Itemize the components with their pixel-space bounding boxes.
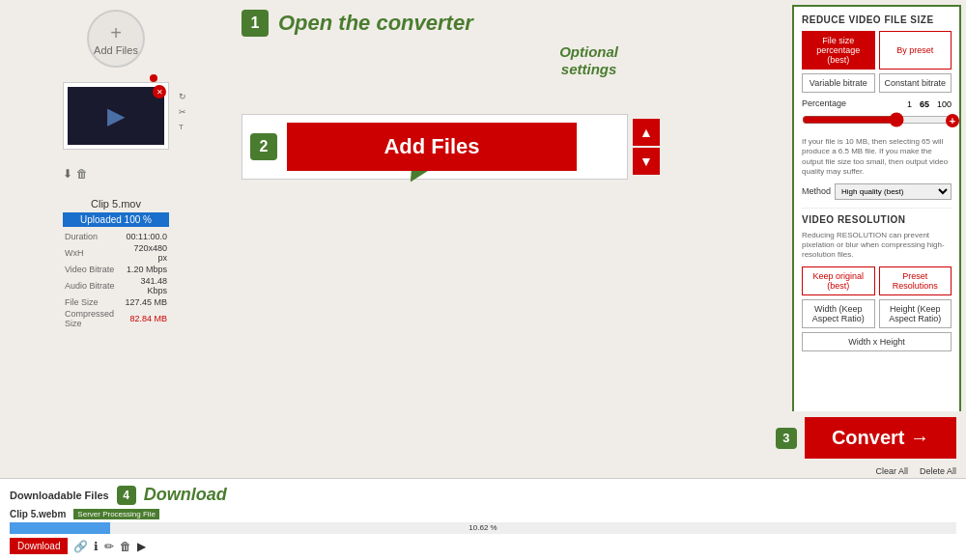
slider-max: 100 <box>937 99 952 109</box>
close-file-button[interactable]: ✕ <box>153 85 166 98</box>
video-thumb-icon: ▶ <box>107 102 125 129</box>
download-file-name: Clip 5.webm <box>10 509 66 519</box>
method-label: Method <box>802 186 831 196</box>
move-up-button[interactable]: ▲ <box>633 119 660 146</box>
progress-percent-label: 10.62 % <box>469 522 497 534</box>
add-files-circle-label: Add Files <box>94 44 138 56</box>
plus-slider-button[interactable]: + <box>946 114 959 127</box>
method-row: Method High quality (best) <box>802 183 952 200</box>
constant-bitrate-button[interactable]: Constant bitrate <box>879 73 952 93</box>
file-thumbnail: ▶ <box>68 87 164 145</box>
percentage-label: Percentage <box>802 98 846 108</box>
download-actions: Download 🔗 ℹ ✏ 🗑 ▶ <box>10 538 956 554</box>
optional-settings-label: Optional settings <box>559 43 618 78</box>
percentage-slider[interactable] <box>802 112 952 127</box>
downloadable-section: Downloadable Files 4 Download Clip 5.web… <box>0 478 966 560</box>
step2-number: 2 <box>250 133 277 160</box>
processing-label: Server Processing File <box>73 509 158 519</box>
file-order-arrows: ▲ ▼ <box>633 119 660 175</box>
trash-icon-button[interactable]: 🗑 <box>120 540 131 553</box>
resolution-note: Reducing RESOLUTION can prevent pixelati… <box>802 231 952 261</box>
clear-delete-row: Clear All Delete All <box>0 464 966 478</box>
plus-icon: + <box>110 22 122 44</box>
convert-row: 3 Convert → <box>0 411 966 464</box>
rotate-icon[interactable]: ↻ <box>179 92 186 101</box>
resolution-mid-row: Width (Keep Aspect Ratio) Height (Keep A… <box>802 299 952 328</box>
file-size-method-row: File size percentage (best) By preset <box>802 31 952 70</box>
info-icon-button[interactable]: ℹ <box>94 540 99 553</box>
trash-icon-side[interactable]: 🗑 <box>76 167 88 181</box>
file-size-percentage-button[interactable]: File size percentage (best) <box>802 31 875 70</box>
keep-original-button[interactable]: Keep original (best) <box>802 266 875 295</box>
width-height-button[interactable]: Width x Height <box>802 332 952 351</box>
bottom-area: 3 Convert → Clear All Delete All Downloa… <box>0 411 966 560</box>
step1-number: 1 <box>242 10 269 37</box>
convert-button[interactable]: Convert → <box>805 417 956 459</box>
file-name: Clip 5.mov <box>63 198 169 210</box>
progress-bar-fill <box>10 522 110 534</box>
slider-min: 1 <box>907 99 912 109</box>
reduce-section-title: REDUCE VIDEO FILE SIZE <box>802 14 952 25</box>
height-aspect-button[interactable]: Height (Keep Aspect Ratio) <box>879 299 952 328</box>
file-details: Duration00:11:00.0 WxH720x480 px Video B… <box>63 231 169 329</box>
slider-val: 65 <box>920 99 929 109</box>
file-download-row: Clip 5.webm Server Processing File <box>10 509 956 519</box>
download-button[interactable]: Download <box>10 538 68 554</box>
bitrate-method-row: Variable bitrate Constant bitrate <box>802 73 952 93</box>
variable-bitrate-button[interactable]: Variable bitrate <box>802 73 875 93</box>
step1-instruction: 1 Open the converter <box>242 10 782 37</box>
width-aspect-button[interactable]: Width (Keep Aspect Ratio) <box>802 299 875 328</box>
section-divider <box>802 208 952 209</box>
step1-text: Open the converter <box>278 11 473 36</box>
move-down-button[interactable]: ▼ <box>633 148 660 175</box>
by-preset-button[interactable]: By preset <box>879 31 952 70</box>
add-files-circle-button[interactable]: + Add Files <box>87 10 145 68</box>
downloadable-files-label: Downloadable Files <box>10 490 109 501</box>
clear-all-button[interactable]: Clear All <box>875 466 908 476</box>
text-icon[interactable]: T <box>179 123 186 131</box>
delete-all-button[interactable]: Delete All <box>920 466 956 476</box>
add-files-row: 2 Add Files ▲ ▼ <box>242 114 782 180</box>
resolution-top-row: Keep original (best) Preset Resolutions <box>802 266 952 295</box>
link-icon-button[interactable]: 🔗 <box>73 540 88 553</box>
red-dot-1 <box>150 74 157 82</box>
progress-bar-container: 10.62 % <box>10 522 956 534</box>
add-files-box: 2 Add Files <box>242 114 628 180</box>
step4-number: 4 <box>117 486 136 505</box>
play-icon-button[interactable]: ▶ <box>137 540 146 553</box>
edit-icon-button[interactable]: ✏ <box>104 540 114 553</box>
method-select[interactable]: High quality (best) <box>835 183 952 200</box>
download-icon-side[interactable]: ⬇ <box>63 167 72 181</box>
resolution-section-title: VIDEO RESOLUTION <box>802 214 952 225</box>
file-card: ✕ ▶ <box>63 82 169 150</box>
download-step-label: Download <box>144 485 227 505</box>
slider-note: If your file is 10 MB, then selecting 65… <box>802 137 952 178</box>
add-files-button[interactable]: Add Files <box>287 123 577 171</box>
scissors-icon[interactable]: ✂ <box>179 107 186 117</box>
upload-badge: Uploaded 100 % <box>63 212 169 227</box>
preset-resolutions-button[interactable]: Preset Resolutions <box>879 266 952 295</box>
downloadable-header: Downloadable Files 4 Download <box>10 485 956 505</box>
step3-number: 3 <box>776 428 797 449</box>
